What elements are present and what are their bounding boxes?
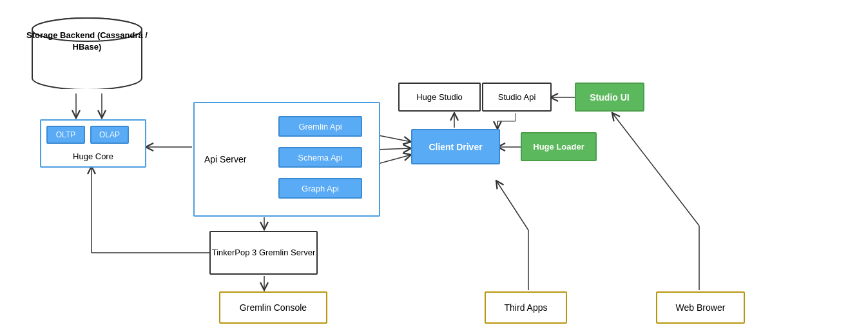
architecture-diagram: Storage Backend (Cassandra / HBase) OLTP…: [0, 0, 868, 334]
gremlin-api-node: Gremlin Api: [278, 116, 362, 137]
gremlin-console-node: Gremlin Console: [219, 291, 327, 324]
third-apps-node: Third Apps: [485, 291, 567, 324]
schema-api-node: Schema Api: [278, 147, 362, 168]
olap-node: OLAP: [90, 126, 129, 144]
svg-line-16: [496, 181, 528, 230]
svg-line-18: [612, 113, 699, 226]
tinkerpop-node: TinkerPop 3 Gremlin Server: [209, 231, 318, 275]
storage-backend-label: Storage Backend (Cassandra / HBase): [26, 30, 148, 53]
web-brower-node: Web Brower: [656, 291, 745, 324]
oltp-node: OLTP: [46, 126, 85, 144]
huge-core-node: OLTP OLAP Huge Core: [40, 119, 146, 168]
api-server-label: Api Server: [204, 154, 246, 164]
studio-ui-node: Studio UI: [575, 83, 644, 112]
client-driver-node: Client Driver: [411, 129, 500, 164]
graph-api-node: Graph Api: [278, 178, 362, 199]
studio-api-node: Studio Api: [482, 83, 552, 112]
huge-studio-node: Huge Studio: [398, 83, 481, 112]
huge-loader-node: Huge Loader: [521, 132, 597, 161]
storage-backend-node: Storage Backend (Cassandra / HBase): [26, 12, 148, 89]
huge-core-label: Huge Core: [41, 152, 145, 161]
api-server-node: Api Server Gremlin Api Schema Api Graph …: [193, 102, 380, 217]
